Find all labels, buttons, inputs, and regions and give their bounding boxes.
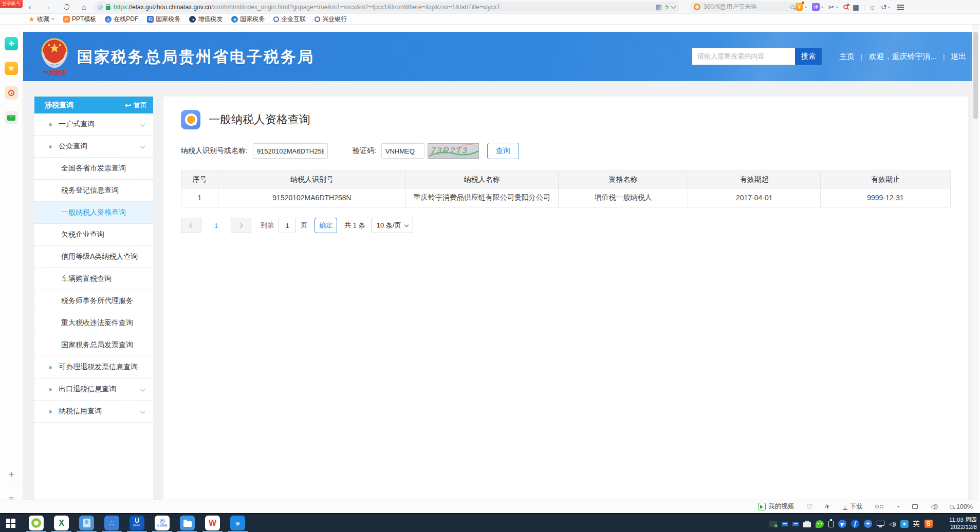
sidebar-item-cheliang[interactable]: 车辆购置税查询	[34, 268, 153, 290]
tray-mini-window-icon[interactable]	[782, 522, 788, 526]
site-info-icon[interactable]	[98, 5, 103, 10]
sidebar-home-link[interactable]: ↩首页	[125, 101, 147, 110]
goto-confirm-button[interactable]: 确定	[315, 218, 337, 233]
theme-sun-icon[interactable]: ☼	[869, 3, 876, 11]
taskbar-app-folder[interactable]	[180, 516, 195, 530]
mail-icon[interactable]	[5, 111, 18, 124]
back-icon[interactable]: ‹	[25, 0, 35, 14]
page-size-select[interactable]: 10 条/页	[372, 218, 414, 233]
wallet-shield-icon[interactable]: ¥	[796, 3, 807, 11]
favorites-star-icon[interactable]: ★	[5, 62, 18, 75]
sidebar-item-nashui-xinyong[interactable]: 纳税信用查询	[34, 401, 153, 423]
prev-page-button[interactable]	[181, 218, 201, 233]
window-icon[interactable]	[912, 504, 918, 509]
start-button[interactable]	[6, 519, 15, 528]
heart-icon[interactable]: ♡	[806, 503, 813, 511]
home-icon[interactable]: ⌂	[79, 0, 89, 14]
url-bar[interactable]: https://etax.guizhou.chinatax.gov.cn/xxm…	[94, 2, 679, 12]
speed-bolt-icon[interactable]: ϟ	[665, 3, 669, 11]
tray-flash-icon[interactable]: f	[851, 520, 859, 528]
sidebar-item-fapiao[interactable]: 全国各省市发票查询	[34, 158, 153, 180]
sidebar-item-xinyongdengji[interactable]: 信用等级A类纳税人查询	[34, 246, 153, 268]
goto-page-input[interactable]	[279, 218, 296, 233]
captcha-image[interactable]: 73R2T3	[428, 143, 479, 159]
tray-sogou-icon[interactable]: S	[924, 520, 933, 528]
ime-indicator[interactable]: 英	[913, 519, 920, 528]
tray-printer-icon[interactable]	[803, 522, 811, 527]
quick-search-text[interactable]: 360感恩用户节来咯	[704, 3, 787, 11]
scissors-icon[interactable]: ✂	[828, 3, 839, 11]
tray-browser-bird-icon[interactable]	[838, 520, 846, 528]
taskbar-app-ubank[interactable]: UBANK	[130, 516, 144, 530]
taskbar-app-dots[interactable]: ∴	[104, 516, 119, 530]
taskbar-app-enterprise-ebank[interactable]: ◎企业网银	[155, 516, 170, 530]
bookmark-favorites[interactable]: ★收藏	[28, 15, 54, 24]
sidebar-item-yihushi[interactable]: 一户式查询	[34, 113, 153, 136]
forward-icon[interactable]: ›	[43, 0, 53, 14]
page-scrollbar[interactable]	[972, 25, 979, 500]
site-search-input[interactable]	[692, 48, 795, 65]
add-panel-icon[interactable]: +	[4, 469, 19, 486]
my-video-button[interactable]: 我的视频	[758, 502, 794, 511]
login-account-badge[interactable]: 登录账号	[0, 0, 23, 8]
refresh-icon[interactable]	[61, 0, 71, 14]
sidebar-item-shuiwushi[interactable]: 税务师事务所代理服务	[34, 290, 153, 312]
qrcode-icon[interactable]: ▦	[656, 3, 662, 11]
captcha-input[interactable]	[381, 143, 424, 159]
taskbar-app-excel[interactable]: X	[54, 516, 69, 530]
zoom-control[interactable]: 100%	[950, 503, 973, 510]
bookmark-tax2[interactable]: ●国家税务	[231, 15, 265, 24]
sidebar-item-zongju-fapiao[interactable]: 国家税务总局发票查询	[34, 334, 153, 356]
menu-icon[interactable]	[897, 7, 904, 8]
sidebar-item-gongzhong[interactable]: 公众查询	[34, 136, 153, 158]
bookmark-bank1[interactable]: 企金互联	[273, 15, 306, 24]
health-app-icon[interactable]: ✚	[5, 37, 18, 50]
apps-grid-icon[interactable]: ▦	[853, 3, 859, 11]
quick-search-box[interactable]: 360感恩用户节来咯	[690, 2, 799, 12]
bookmark-pdf[interactable]: ∧在线PDF	[105, 15, 138, 24]
taskbar-app-wps[interactable]: W	[205, 516, 220, 530]
tray-wechat-icon[interactable]	[816, 520, 824, 528]
url-text[interactable]: https://etax.guizhou.chinatax.gov.cn/xxm…	[114, 4, 653, 11]
tray-network-monitor-icon[interactable]	[877, 521, 884, 526]
current-page[interactable]: 1	[214, 222, 218, 230]
tray-mini-window-icon[interactable]	[792, 522, 799, 526]
tray-scanner-icon[interactable]	[769, 521, 777, 527]
speed-donut-icon[interactable]: ◔	[896, 503, 900, 511]
query-button[interactable]: 查询	[487, 143, 519, 159]
speaker-icon[interactable]: ◁)))	[930, 504, 937, 509]
translate-icon[interactable]: 译	[812, 3, 824, 11]
bookmark-tax1[interactable]: 税国家税务	[147, 15, 180, 24]
sidebar-item-tuishui-fapiao[interactable]: 可办理退税发票信息查询	[34, 356, 153, 378]
sidebar-item-chukou-tuishui[interactable]: 出口退税信息查询	[34, 378, 153, 401]
download-button[interactable]: ↓下载	[843, 502, 863, 511]
search-icon[interactable]	[790, 5, 794, 9]
find-icon[interactable]	[843, 5, 848, 9]
sidebar-item-qianshui[interactable]: 欠税企业查询	[34, 224, 153, 246]
taskbar-app-360-browser[interactable]	[29, 516, 44, 530]
welcome-user-link[interactable]: 欢迎，重庆铃宇消...	[868, 52, 937, 62]
taxpayer-id-input[interactable]	[253, 143, 328, 159]
scrollbar-thumb[interactable]	[973, 32, 978, 119]
bookmark-bank2[interactable]: 兴业银行	[315, 15, 347, 24]
weibo-icon[interactable]	[5, 86, 18, 100]
sidebar-item-dengji[interactable]: 税务登记信息查询	[34, 180, 153, 202]
tray-star-chat-icon[interactable]: ★	[900, 520, 909, 528]
rocket-icon[interactable]: ✈	[825, 503, 830, 510]
taskbar-app-wing[interactable]: »	[230, 516, 245, 530]
tray-plus-icon[interactable]: +	[864, 520, 872, 528]
next-page-button[interactable]	[231, 218, 251, 233]
home-link[interactable]: 主页	[839, 52, 855, 62]
tray-usb-icon[interactable]	[828, 521, 834, 527]
sidebar-item-yiban-nashuiren[interactable]: 一般纳税人资格查询	[34, 202, 153, 224]
bookmark-vat[interactable]: ◑增值税发	[189, 15, 223, 24]
tray-speaker-icon[interactable]: ◁))	[889, 521, 896, 527]
sidebar-item-zhongda[interactable]: 重大税收违法案件查询	[34, 312, 153, 334]
url-dropdown-icon[interactable]	[671, 4, 676, 9]
taskbar-app-id-badge[interactable]	[79, 516, 94, 530]
taskbar-clock[interactable]: 11:03 周四 2022/12/8	[949, 516, 977, 530]
bookmark-ppt[interactable]: PPPT模板	[63, 15, 96, 24]
history-undo-icon[interactable]: ↺	[881, 3, 891, 11]
logout-link[interactable]: 退出	[951, 52, 966, 62]
reading-glasses-icon[interactable]	[875, 505, 883, 508]
